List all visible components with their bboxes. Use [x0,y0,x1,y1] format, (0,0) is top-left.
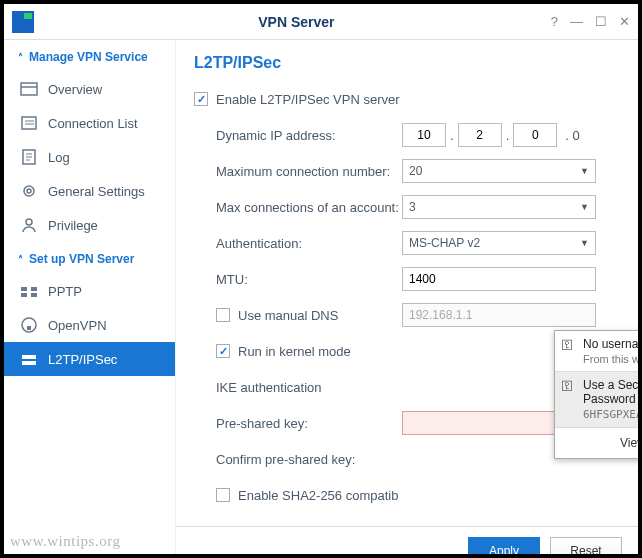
popup-footer-label: View Saved Logins [620,436,638,450]
list-icon [20,114,38,132]
sidebar-item-l2tp[interactable]: L2TP/IPSec [4,342,175,376]
ike-label: IKE authentication [216,380,322,395]
svg-point-10 [27,189,31,193]
help-button[interactable]: ? [551,14,558,29]
popup-generated-password: 6HFSGPXEAZSAxB7 [583,408,638,421]
sidebar-item-label: Log [48,150,70,165]
caret-down-icon: ▼ [580,238,589,248]
svg-rect-12 [21,287,27,291]
sha-row: Enable SHA2-256 compatib [216,480,620,510]
dynamic-ip-group: . . . 0 [402,123,580,147]
popup-item-saved[interactable]: ⚿ No username (4/9/2021) From this websi… [555,331,638,371]
ip-octet-3[interactable] [513,123,557,147]
window-controls: ? — ☐ ✕ [551,14,630,29]
svg-point-9 [24,186,34,196]
caret-down-icon: ▼ [580,166,589,176]
auth-label: Authentication: [216,236,402,251]
ip-octet-2[interactable] [458,123,502,147]
window-title: VPN Server [42,14,551,30]
ip-octet-1[interactable] [402,123,446,147]
maxconn-row: Maximum connection number: 20 ▼ [216,156,620,186]
sidebar-item-privilege[interactable]: Privilege [4,208,175,242]
main-panel: L2TP/IPSec Enable L2TP/IPSec VPN server … [176,40,638,554]
pptp-icon [20,282,38,300]
sidebar-item-label: L2TP/IPSec [48,352,117,367]
app-icon [12,11,34,33]
sidebar-item-label: Privilege [48,218,98,233]
svg-rect-19 [22,361,36,365]
dot: . [506,128,510,143]
kernel-checkbox[interactable] [216,344,230,358]
sha-checkbox[interactable] [216,488,230,502]
select-value: MS-CHAP v2 [409,236,480,250]
manualdns-label: Use manual DNS [238,308,338,323]
caret-down-icon: ▼ [580,202,589,212]
sha-label: Enable SHA2-256 compatib [238,488,398,503]
minimize-button[interactable]: — [570,14,583,29]
enable-checkbox[interactable] [194,92,208,106]
apply-button[interactable]: Apply [468,537,540,554]
auth-select[interactable]: MS-CHAP v2 ▼ [402,231,596,255]
select-value: 3 [409,200,416,214]
overview-icon [20,80,38,98]
log-icon [20,148,38,166]
sidebar-item-label: OpenVPN [48,318,107,333]
enable-label: Enable L2TP/IPSec VPN server [216,92,400,107]
dot: . [450,128,454,143]
sidebar-item-connection-list[interactable]: Connection List [4,106,175,140]
close-button[interactable]: ✕ [619,14,630,29]
psk-label: Pre-shared key: [216,416,402,431]
dynamic-ip-row: Dynamic IP address: . . . 0 [216,120,620,150]
mtu-input[interactable] [402,267,596,291]
popup-title: Use a Securely Generated Password [583,378,638,406]
titlebar: VPN Server ? — ☐ ✕ [4,4,638,40]
chevron-up-icon: ˄ [18,254,23,265]
ip-tail: . 0 [565,128,579,143]
l2tp-icon [20,350,38,368]
mtu-label: MTU: [216,272,402,287]
sidebar-item-general-settings[interactable]: General Settings [4,174,175,208]
popup-subtitle: From this website [583,353,638,365]
sidebar-item-overview[interactable]: Overview [4,72,175,106]
sidebar-section-label: Set up VPN Server [29,252,134,266]
sidebar: ˄ Manage VPN Service Overview Connection… [4,40,176,554]
sidebar-item-label: PPTP [48,284,82,299]
popup-view-saved-logins[interactable]: View Saved Logins [555,427,638,458]
dynamic-ip-label: Dynamic IP address: [216,128,402,143]
sidebar-item-label: General Settings [48,184,145,199]
app-window: VPN Server ? — ☐ ✕ ˄ Manage VPN Service … [0,0,642,558]
button-bar: Apply Reset [176,526,638,554]
maxconn-label: Maximum connection number: [216,164,402,179]
svg-rect-13 [31,287,37,291]
sidebar-section-label: Manage VPN Service [29,50,148,64]
svg-rect-17 [27,326,31,330]
sidebar-item-label: Connection List [48,116,138,131]
svg-rect-2 [22,117,36,129]
sidebar-item-log[interactable]: Log [4,140,175,174]
password-suggestion-popup: ⚿ No username (4/9/2021) From this websi… [554,330,638,459]
manualdns-checkbox[interactable] [216,308,230,322]
svg-rect-0 [21,83,37,95]
sidebar-section-manage[interactable]: ˄ Manage VPN Service [4,40,175,72]
sidebar-item-label: Overview [48,82,102,97]
popup-item-generate[interactable]: ⚿ Use a Securely Generated Password 6HFS… [555,371,638,427]
kernel-label: Run in kernel mode [238,344,351,359]
gear-icon [20,182,38,200]
maxacct-select[interactable]: 3 ▼ [402,195,596,219]
manualdns-row: Use manual DNS [216,300,620,330]
select-value: 20 [409,164,422,178]
enable-row: Enable L2TP/IPSec VPN server [194,84,620,114]
confirm-psk-label: Confirm pre-shared key: [216,452,402,467]
openvpn-icon [20,316,38,334]
maximize-button[interactable]: ☐ [595,14,607,29]
popup-title: No username (4/9/2021) [583,337,638,351]
maxconn-select[interactable]: 20 ▼ [402,159,596,183]
sidebar-item-openvpn[interactable]: OpenVPN [4,308,175,342]
mtu-row: MTU: [216,264,620,294]
sidebar-item-pptp[interactable]: PPTP [4,274,175,308]
svg-rect-18 [22,355,36,359]
user-icon [20,216,38,234]
reset-button[interactable]: Reset [550,537,622,554]
sidebar-section-setup[interactable]: ˄ Set up VPN Server [4,242,175,274]
svg-rect-14 [21,293,27,297]
